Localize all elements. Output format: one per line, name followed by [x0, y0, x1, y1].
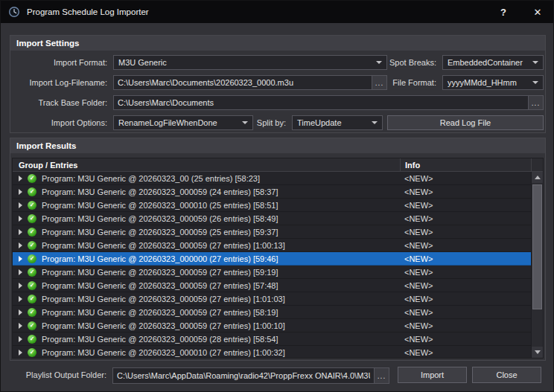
- expand-arrow-icon[interactable]: [19, 229, 22, 235]
- expand-arrow-icon[interactable]: [19, 323, 22, 329]
- playlist-output-folder-group: ...: [112, 367, 389, 382]
- table-row[interactable]: ✓ Program: M3U Generic @ 20260323_000059…: [13, 266, 531, 279]
- row-main-cell: ✓ Program: M3U Generic @ 20260323_000059…: [13, 228, 400, 237]
- table-row[interactable]: ✓ Program: M3U Generic @ 20260323_000059…: [13, 212, 531, 225]
- column-header-blank: [531, 158, 543, 171]
- import-button[interactable]: Import: [398, 367, 467, 383]
- expand-arrow-icon[interactable]: [19, 336, 22, 342]
- playlist-output-folder-input[interactable]: [112, 367, 375, 384]
- table-row[interactable]: ✓ Program: M3U Generic @ 20260323_000059…: [13, 225, 531, 239]
- success-check-icon: ✓: [28, 348, 36, 357]
- row-main-cell: ✓ Program: M3U Generic @ 20260323_000059…: [13, 321, 400, 330]
- row-text: Program: M3U Generic @ 20260323_000059 (…: [42, 187, 278, 196]
- row-main-cell: ✓ Program: M3U Generic @ 20260323_000059…: [13, 241, 400, 250]
- file-format-label: File Format:: [387, 78, 442, 87]
- success-check-icon: ✓: [28, 335, 36, 344]
- table-row[interactable]: ✓ Program: M3U Generic @ 20260323_000059…: [13, 332, 531, 346]
- column-header-group-entries[interactable]: Group / Entries: [13, 158, 400, 171]
- row-text: Program: M3U Generic @ 20260323_000010 (…: [42, 348, 285, 357]
- expand-arrow-icon[interactable]: [19, 216, 22, 222]
- success-check-icon: ✓: [28, 254, 36, 263]
- import-options-select[interactable]: RenameLogFileWhenDone: [113, 115, 253, 130]
- row-main-cell: ✓ Program: M3U Generic @ 20260323_000010…: [13, 201, 400, 210]
- split-by-select[interactable]: TimeUpdate: [292, 115, 383, 130]
- expand-arrow-icon[interactable]: [19, 269, 22, 275]
- success-check-icon: ✓: [28, 174, 36, 183]
- table-row[interactable]: ✓ Program: M3U Generic @ 20260323_000000…: [13, 252, 531, 266]
- expand-arrow-icon[interactable]: [19, 350, 22, 356]
- row-info: <NEW>: [400, 321, 531, 330]
- expand-arrow-icon[interactable]: [19, 189, 22, 195]
- expand-arrow-icon[interactable]: [19, 296, 22, 302]
- results-rows: ✓ Program: M3U Generic @ 20260323_00 (25…: [13, 172, 531, 358]
- expand-arrow-icon[interactable]: [19, 202, 22, 208]
- read-log-file-button[interactable]: Read Log File: [387, 115, 544, 130]
- log-filename-input[interactable]: [113, 75, 372, 90]
- expand-arrow-icon[interactable]: [19, 176, 22, 181]
- import-options-row: Import Options: RenameLogFileWhenDone Sp…: [10, 115, 544, 130]
- table-row[interactable]: ✓ Program: M3U Generic @ 20260323_000059…: [13, 306, 531, 319]
- close-button[interactable]: Close: [472, 367, 541, 383]
- row-text: Program: M3U Generic @ 20260323_000059 (…: [42, 268, 278, 277]
- import-format-select[interactable]: M3U Generic: [113, 55, 387, 70]
- help-button[interactable]: ?: [494, 1, 513, 23]
- track-base-folder-input[interactable]: [113, 95, 529, 110]
- success-check-icon: ✓: [28, 281, 36, 290]
- expand-arrow-icon[interactable]: [19, 242, 22, 248]
- table-row[interactable]: ✓ Program: M3U Generic @ 20260323_000059…: [13, 292, 531, 306]
- column-header-info[interactable]: Info: [400, 158, 531, 171]
- chevron-down-icon: [242, 121, 248, 124]
- row-main-cell: ✓ Program: M3U Generic @ 20260323_000000…: [13, 254, 400, 263]
- success-check-icon: ✓: [28, 201, 36, 210]
- spot-breaks-select[interactable]: EmbeddedContainer: [442, 55, 544, 70]
- log-filename-label: Import Log-Filename:: [10, 78, 113, 87]
- table-row[interactable]: ✓ Program: M3U Generic @ 20260323_000010…: [13, 199, 531, 212]
- success-check-icon: ✓: [28, 321, 36, 330]
- import-format-row: Import Format: M3U Generic Spot Breaks: …: [10, 55, 544, 70]
- playlist-output-folder-label: Playlist Output Folder:: [10, 370, 112, 379]
- track-base-folder-row: Track Base Folder: ...: [10, 95, 544, 110]
- file-format-value: yyyyMMdd_HHmm: [448, 78, 517, 87]
- file-format-select[interactable]: yyyyMMdd_HHmm: [442, 75, 544, 90]
- row-text: Program: M3U Generic @ 20260323_00 (25 e…: [42, 174, 260, 183]
- table-row[interactable]: ✓ Program: M3U Generic @ 20260323_000059…: [13, 239, 531, 252]
- scroll-up-button[interactable]: [532, 172, 543, 183]
- import-settings-header: Import Settings: [10, 36, 545, 51]
- row-main-cell: ✓ Program: M3U Generic @ 20260323_000059…: [13, 281, 400, 290]
- triangle-up-icon: [535, 176, 541, 179]
- table-row[interactable]: ✓ Program: M3U Generic @ 20260323_000059…: [13, 319, 531, 332]
- row-info: <NEW>: [400, 281, 531, 290]
- table-row[interactable]: ✓ Program: M3U Generic @ 20260323_00 (25…: [13, 172, 531, 185]
- scrollbar-thumb[interactable]: [532, 184, 542, 309]
- success-check-icon: ✓: [28, 308, 36, 317]
- expand-arrow-icon[interactable]: [19, 256, 22, 262]
- table-row[interactable]: ✓ Program: M3U Generic @ 20260323_000059…: [13, 279, 531, 292]
- success-check-icon: ✓: [28, 228, 36, 237]
- row-text: Program: M3U Generic @ 20260323_000059 (…: [42, 241, 285, 250]
- close-window-button[interactable]: ✕: [528, 1, 547, 23]
- track-base-folder-label: Track Base Folder:: [10, 98, 113, 107]
- row-main-cell: ✓ Program: M3U Generic @ 20260323_000059…: [13, 335, 400, 344]
- import-options-label: Import Options:: [10, 118, 113, 127]
- table-row[interactable]: ✓ Program: M3U Generic @ 20260323_000010…: [13, 346, 531, 358]
- split-by-value: TimeUpdate: [297, 118, 342, 127]
- row-text: Program: M3U Generic @ 20260323_000059 (…: [42, 335, 278, 344]
- vertical-scrollbar[interactable]: [531, 172, 543, 358]
- row-main-cell: ✓ Program: M3U Generic @ 20260323_00 (25…: [13, 174, 400, 183]
- row-main-cell: ✓ Program: M3U Generic @ 20260323_000059…: [13, 308, 400, 317]
- track-base-folder-browse-button[interactable]: ...: [529, 95, 544, 110]
- expand-arrow-icon[interactable]: [19, 283, 22, 289]
- row-info: <NEW>: [400, 201, 531, 210]
- scroll-down-button[interactable]: [532, 347, 543, 358]
- row-text: Program: M3U Generic @ 20260323_000059 (…: [42, 214, 278, 223]
- success-check-icon: ✓: [28, 241, 36, 250]
- row-info: <NEW>: [400, 335, 531, 344]
- playlist-output-folder-browse-button[interactable]: ...: [375, 367, 389, 384]
- spot-breaks-label: Spot Breaks:: [387, 58, 442, 67]
- log-filename-browse-button[interactable]: ...: [372, 75, 387, 90]
- table-row[interactable]: ✓ Program: M3U Generic @ 20260323_000059…: [13, 185, 531, 199]
- import-format-label: Import Format:: [10, 58, 113, 67]
- row-main-cell: ✓ Program: M3U Generic @ 20260323_000010…: [13, 348, 400, 357]
- expand-arrow-icon[interactable]: [19, 309, 22, 315]
- row-info: <NEW>: [400, 268, 531, 277]
